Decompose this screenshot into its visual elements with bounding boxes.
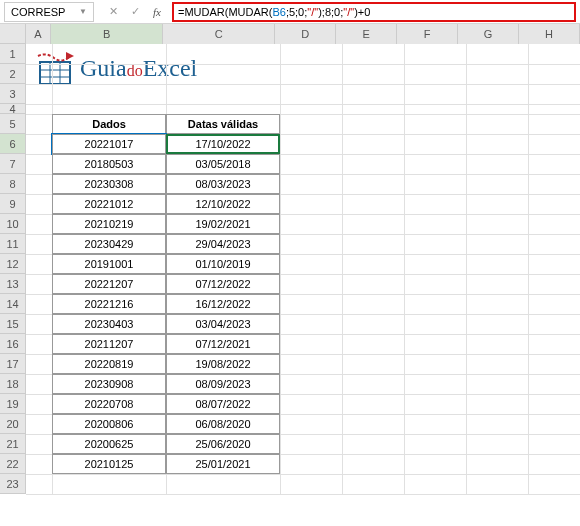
formula-content: =MUDAR(MUDAR(B6;5;0;"/");8;0;"/")+0 bbox=[178, 6, 370, 18]
cell-c13[interactable]: 07/12/2022 bbox=[166, 274, 280, 294]
row-header-9[interactable]: 9 bbox=[0, 194, 26, 214]
cell-b8[interactable]: 20230308 bbox=[52, 174, 166, 194]
cell-b14[interactable]: 20221216 bbox=[52, 294, 166, 314]
cell-c18[interactable]: 08/09/2023 bbox=[166, 374, 280, 394]
row-header-17[interactable]: 17 bbox=[0, 354, 26, 374]
col-header-h[interactable]: H bbox=[519, 24, 580, 44]
cell-b16[interactable]: 20211207 bbox=[52, 334, 166, 354]
row-header-20[interactable]: 20 bbox=[0, 414, 26, 434]
cell-c7[interactable]: 03/05/2018 bbox=[166, 154, 280, 174]
cell-b6[interactable]: 20221017 bbox=[52, 134, 166, 154]
cell-c20[interactable]: 06/08/2020 bbox=[166, 414, 280, 434]
cell-b21[interactable]: 20200625 bbox=[52, 434, 166, 454]
row-header-14[interactable]: 14 bbox=[0, 294, 26, 314]
check-icon[interactable]: ✓ bbox=[128, 5, 142, 19]
formula-bar[interactable]: =MUDAR(MUDAR(B6;5;0;"/");8;0;"/")+0 bbox=[172, 2, 576, 22]
cell-b15[interactable]: 20230403 bbox=[52, 314, 166, 334]
logo: GuiadoExcel bbox=[36, 48, 197, 88]
name-box-value: CORRESP bbox=[11, 6, 65, 18]
cell-c16[interactable]: 07/12/2021 bbox=[166, 334, 280, 354]
formula-bar-icons: ✕ ✓ fx bbox=[98, 5, 172, 19]
cell-b12[interactable]: 20191001 bbox=[52, 254, 166, 274]
row-header-8[interactable]: 8 bbox=[0, 174, 26, 194]
cell-b11[interactable]: 20230429 bbox=[52, 234, 166, 254]
cell-c14[interactable]: 16/12/2022 bbox=[166, 294, 280, 314]
row-header-3[interactable]: 3 bbox=[0, 84, 26, 104]
header-datas[interactable]: Datas válidas bbox=[166, 114, 280, 134]
cell-b17[interactable]: 20220819 bbox=[52, 354, 166, 374]
col-header-c[interactable]: C bbox=[163, 24, 275, 44]
row-header-5[interactable]: 5 bbox=[0, 114, 26, 134]
row-header-4[interactable]: 4 bbox=[0, 104, 26, 114]
col-header-a[interactable]: A bbox=[26, 24, 52, 44]
row-header-19[interactable]: 19 bbox=[0, 394, 26, 414]
row-header-13[interactable]: 13 bbox=[0, 274, 26, 294]
cell-c15[interactable]: 03/04/2023 bbox=[166, 314, 280, 334]
cell-c10[interactable]: 19/02/2021 bbox=[166, 214, 280, 234]
cell-b9[interactable]: 20221012 bbox=[52, 194, 166, 214]
cell-b20[interactable]: 20200806 bbox=[52, 414, 166, 434]
cell-c19[interactable]: 08/07/2022 bbox=[166, 394, 280, 414]
cell-c9[interactable]: 12/10/2022 bbox=[166, 194, 280, 214]
select-all-corner[interactable] bbox=[0, 24, 26, 44]
col-header-d[interactable]: D bbox=[275, 24, 336, 44]
row-header-11[interactable]: 11 bbox=[0, 234, 26, 254]
header-dados[interactable]: Dados bbox=[52, 114, 166, 134]
name-box[interactable]: CORRESP ▼ bbox=[4, 2, 94, 22]
chevron-down-icon[interactable]: ▼ bbox=[79, 7, 87, 16]
cell-c21[interactable]: 25/06/2020 bbox=[166, 434, 280, 454]
col-header-e[interactable]: E bbox=[336, 24, 397, 44]
row-header-10[interactable]: 10 bbox=[0, 214, 26, 234]
row-header-18[interactable]: 18 bbox=[0, 374, 26, 394]
row-header-23[interactable]: 23 bbox=[0, 474, 26, 494]
cell-c17[interactable]: 19/08/2022 bbox=[166, 354, 280, 374]
row-header-1[interactable]: 1 bbox=[0, 44, 26, 64]
cell-c12[interactable]: 01/10/2019 bbox=[166, 254, 280, 274]
col-header-f[interactable]: F bbox=[397, 24, 458, 44]
fx-icon[interactable]: fx bbox=[150, 5, 164, 19]
cell-c6[interactable]: 17/10/2022 bbox=[166, 134, 280, 154]
col-header-g[interactable]: G bbox=[458, 24, 519, 44]
row-header-12[interactable]: 12 bbox=[0, 254, 26, 274]
cancel-icon[interactable]: ✕ bbox=[106, 5, 120, 19]
row-header-6[interactable]: 6 bbox=[0, 134, 26, 154]
row-header-21[interactable]: 21 bbox=[0, 434, 26, 454]
cell-c22[interactable]: 25/01/2021 bbox=[166, 454, 280, 474]
cell-b7[interactable]: 20180503 bbox=[52, 154, 166, 174]
cell-b10[interactable]: 20210219 bbox=[52, 214, 166, 234]
row-header-15[interactable]: 15 bbox=[0, 314, 26, 334]
logo-icon bbox=[36, 48, 76, 88]
row-header-2[interactable]: 2 bbox=[0, 64, 26, 84]
col-header-b[interactable]: B bbox=[51, 24, 163, 44]
cell-b19[interactable]: 20220708 bbox=[52, 394, 166, 414]
cell-b13[interactable]: 20221207 bbox=[52, 274, 166, 294]
row-header-16[interactable]: 16 bbox=[0, 334, 26, 354]
cell-c11[interactable]: 29/04/2023 bbox=[166, 234, 280, 254]
cell-c8[interactable]: 08/03/2023 bbox=[166, 174, 280, 194]
logo-text: GuiadoExcel bbox=[80, 55, 197, 82]
row-header-7[interactable]: 7 bbox=[0, 154, 26, 174]
row-header-22[interactable]: 22 bbox=[0, 454, 26, 474]
svg-rect-0 bbox=[40, 62, 70, 84]
cell-b22[interactable]: 20210125 bbox=[52, 454, 166, 474]
cell-b18[interactable]: 20230908 bbox=[52, 374, 166, 394]
